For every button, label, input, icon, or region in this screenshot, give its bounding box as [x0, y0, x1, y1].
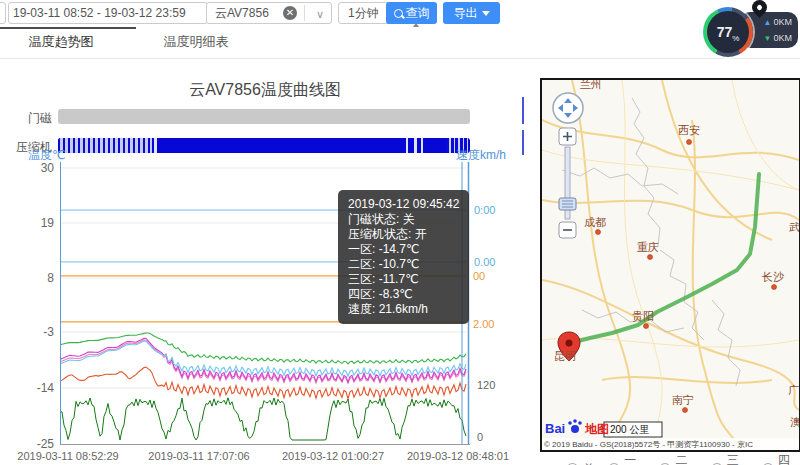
y-tick: -14: [0, 381, 54, 395]
tooltip-row: 三区: -11.7℃: [348, 272, 459, 287]
svg-text:长沙: 长沙: [761, 271, 785, 283]
map-pan-control[interactable]: [553, 93, 583, 123]
date-range-input[interactable]: 19-03-11 08:52 - 19-03-12 23:59: [8, 2, 208, 24]
tooltip-row: 二区: -10.7℃: [348, 257, 459, 272]
mileage-row-1: ▲0KM: [764, 17, 792, 28]
zone-legend: 关 一区 二区 三区 四区: [566, 452, 800, 465]
tooltip-row: 一区: -14.7℃: [348, 242, 459, 257]
tooltip-time: 2019-03-12 09:45:42: [348, 197, 459, 212]
chart-title: 云AV7856温度曲线图: [60, 80, 470, 101]
vehicle-combobox[interactable]: 云AV7856 ✕ ∨: [206, 2, 332, 24]
tooltip-row: 速度: 21.6km/h: [348, 302, 459, 317]
y-tick: 8: [0, 271, 54, 285]
tooltip-row: 四区: -8.3℃: [348, 287, 459, 302]
query-button[interactable]: 查询: [386, 2, 437, 24]
baidu-map[interactable]: 西安 成都 重庆 贵阳 长沙 南宁 兰州 武 广 澳 昆明 200 公里 Bai: [540, 78, 800, 452]
legend-item[interactable]: 一区: [608, 452, 646, 465]
svg-text:西安: 西安: [678, 124, 700, 136]
svg-text:昆明: 昆明: [554, 350, 576, 362]
vehicle-value: 云AV7856: [215, 3, 269, 23]
percent-gauge: 77%: [703, 7, 753, 57]
threshold-label: 0:00: [474, 204, 495, 216]
y-tick: 30: [0, 161, 54, 175]
toolbar: 19-03-11 08:52 - 19-03-12 23:59 云AV7856 …: [0, 0, 800, 27]
svg-text:成都: 成都: [584, 216, 606, 228]
baidu-logo: Bai 地图: [545, 419, 609, 436]
door-status-strip: [58, 109, 470, 124]
x-tick: 2019-03-11 17:07:06: [148, 450, 249, 462]
chart-tooltip: 2019-03-12 09:45:42 门磁状态: 关 压缩机状态: 开 一区:…: [338, 190, 469, 324]
legend-item[interactable]: 四区: [762, 452, 800, 465]
chevron-down-icon[interactable]: ∨: [316, 4, 324, 24]
y2-tick: 120: [477, 379, 495, 391]
map-zoom-control[interactable]: [559, 128, 576, 238]
map-canvas[interactable]: 西安 成都 重庆 贵阳 长沙 南宁 兰州 武 广 澳 昆明 200 公里 Bai: [542, 80, 799, 450]
y-tick: -25: [0, 437, 54, 451]
mileage-row-2: ▼0KM: [764, 33, 792, 44]
threshold-label: 2.00: [473, 318, 494, 330]
threshold-label: 00: [473, 270, 485, 282]
svg-text:重庆: 重庆: [637, 241, 659, 253]
partial-input-edge: [0, 2, 6, 24]
y-tick: -3: [0, 325, 54, 339]
export-button[interactable]: 导出: [443, 2, 500, 24]
svg-text:兰州: 兰州: [580, 80, 602, 90]
y2-tick: 0: [477, 431, 483, 443]
tab-trend-chart[interactable]: 温度趋势图: [0, 27, 136, 57]
combo-divider: [304, 5, 305, 21]
tooltip-row: 压缩机状态: 开: [348, 227, 459, 242]
door-event-marker: [522, 97, 524, 124]
x-tick: 2019-03-12 08:48:01: [407, 450, 509, 462]
legend-item[interactable]: 关: [566, 461, 595, 465]
search-icon: [394, 9, 403, 18]
y-tick: 19: [0, 216, 54, 230]
up-arrow-icon: ▲: [764, 18, 772, 27]
compressor-status-strip: [58, 138, 470, 153]
tab-detail-table[interactable]: 温度明细表: [150, 27, 242, 57]
svg-text:Bai: Bai: [545, 421, 565, 436]
svg-text:南宁: 南宁: [672, 394, 694, 406]
x-tick: 2019-03-11 08:52:29: [17, 450, 118, 462]
clear-icon[interactable]: ✕: [283, 6, 297, 20]
map-scale: 200 公里: [604, 422, 662, 437]
door-strip-label: 门磁: [0, 110, 52, 127]
svg-text:武: 武: [789, 221, 799, 233]
svg-text:200 公里: 200 公里: [610, 424, 649, 435]
paw-icon: [568, 419, 582, 433]
threshold-label: 0.00: [474, 256, 495, 268]
map-attribution: © 2019 Baidu - GS(2018)5572号 - 甲测资字11009…: [544, 440, 753, 449]
gauge-value: 77%: [707, 11, 749, 53]
compressor-event-marker: [522, 130, 524, 155]
legend-item[interactable]: 三区: [711, 452, 749, 465]
tooltip-row: 门磁状态: 关: [348, 212, 459, 227]
interval-value: 1分钟: [348, 3, 379, 23]
svg-text:澳: 澳: [790, 416, 799, 428]
svg-text:地图: 地图: [584, 422, 609, 436]
svg-text:广: 广: [788, 384, 799, 396]
down-arrow-icon: ▼: [764, 34, 772, 43]
caret-down-icon: [482, 11, 490, 16]
temperature-monitor-page: 19-03-11 08:52 - 19-03-12 23:59 云AV7856 …: [0, 0, 800, 465]
svg-text:贵阳: 贵阳: [632, 310, 654, 322]
x-tick: 2019-03-12 01:00:27: [282, 450, 384, 462]
legend-item[interactable]: 二区: [659, 452, 697, 465]
tab-bar: 温度趋势图 温度明细表: [0, 27, 800, 59]
